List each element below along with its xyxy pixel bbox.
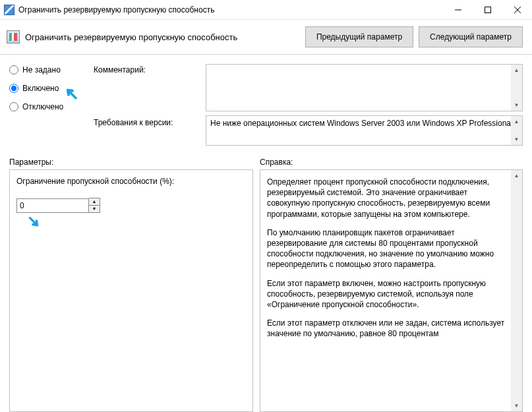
scroll-down-icon[interactable]: ▼ [511,100,522,111]
scroll-up-icon[interactable]: ▲ [511,65,522,76]
radio-not-configured-input[interactable] [9,65,18,74]
scroll-down-icon[interactable]: ▼ [511,400,522,411]
window-title: Ограничить резервируемую пропускную спос… [18,5,443,15]
comment-label: Комментарий: [94,64,206,74]
scrollbar[interactable]: ▲ ▼ [511,65,522,111]
scrollbar[interactable]: ▲ ▼ [511,170,522,411]
parameters-label: Параметры: [9,158,260,167]
header-row: Ограничить резервируемую пропускную спос… [0,20,532,55]
previous-setting-button[interactable]: Предыдущий параметр [305,26,413,47]
minimize-icon [455,7,461,13]
radio-enabled[interactable]: Включено ➜ [9,84,94,93]
help-paragraph: Если этот параметр включен, можно настро… [267,278,506,310]
comment-textarea[interactable]: ▲ ▼ [206,64,523,111]
requirements-label: Требования к версии: [94,118,206,127]
annotation-arrow-icon: ➜ [23,211,45,233]
requirements-text: Не ниже операционных систем Windows Serv… [210,119,513,128]
spinner-up-button[interactable]: ▲ [89,198,100,206]
radio-disabled-input[interactable] [9,102,18,111]
scroll-up-icon[interactable]: ▲ [511,116,522,127]
radio-enabled-input[interactable] [9,84,18,93]
radio-enabled-label: Включено [22,84,59,93]
scroll-down-icon[interactable]: ▼ [511,134,522,145]
radio-disabled[interactable]: Отключено [9,102,94,111]
bandwidth-limit-label: Ограничение пропускной способности (%): [16,177,246,186]
next-setting-button[interactable]: Следующий параметр [419,26,523,47]
close-button[interactable] [502,0,532,19]
scroll-up-icon[interactable]: ▲ [511,170,522,181]
requirements-box: Не ниже операционных систем Windows Serv… [206,115,523,146]
title-bar: Ограничить резервируемую пропускную спос… [0,0,532,20]
help-paragraph: По умолчанию планировщик пакетов огранич… [267,227,506,270]
help-paragraph: Определяет процент пропускной способност… [267,177,506,220]
policy-icon [7,30,20,44]
help-label: Справка: [260,158,293,167]
close-icon [514,7,521,13]
help-panel: Определяет процент пропускной способност… [260,169,523,412]
app-icon [4,5,15,15]
policy-title: Ограничить резервируемую пропускную спос… [25,32,300,42]
minimize-button[interactable] [443,0,473,19]
maximize-icon [485,7,491,13]
help-paragraph: Если этот параметр отключен или не задан… [267,318,506,339]
svg-rect-1 [485,7,490,13]
radio-not-configured-label: Не задано [22,65,61,74]
scrollbar[interactable]: ▲ ▼ [511,116,522,145]
spinner-down-button[interactable]: ▼ [89,206,100,213]
radio-not-configured[interactable]: Не задано [9,65,94,74]
parameters-panel: Ограничение пропускной способности (%): … [9,169,253,412]
bandwidth-limit-input[interactable] [16,198,89,213]
state-radio-group: Не задано Включено ➜ Отключено [9,64,94,111]
maximize-button[interactable] [473,0,502,19]
window-controls [443,0,532,19]
spinner-buttons: ▲ ▼ [89,198,100,213]
radio-disabled-label: Отключено [22,102,63,111]
